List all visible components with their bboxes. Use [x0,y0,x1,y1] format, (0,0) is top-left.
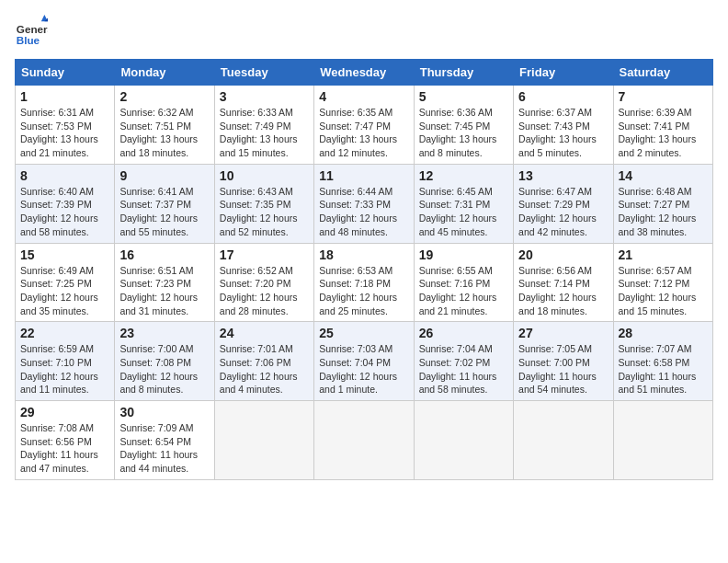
day-detail: Sunrise: 6:39 AMSunset: 7:41 PMDaylight:… [619,107,697,158]
weekday-header: Thursday [414,60,513,86]
day-detail: Sunrise: 6:41 AMSunset: 7:37 PMDaylight:… [119,186,198,237]
calendar-cell [214,401,313,480]
svg-text:Blue: Blue [17,34,40,46]
calendar-cell: 7 Sunrise: 6:39 AMSunset: 7:41 PMDayligh… [613,86,712,165]
calendar-cell: 26 Sunrise: 7:04 AMSunset: 7:02 PMDaylig… [414,322,513,401]
logo: General Blue [15,15,51,48]
day-detail: Sunrise: 6:59 AMSunset: 7:10 PMDaylight:… [20,343,98,395]
calendar-week-row: 8 Sunrise: 6:40 AMSunset: 7:39 PMDayligh… [16,164,713,243]
day-number: 23 [119,326,209,340]
calendar-cell: 3 Sunrise: 6:33 AMSunset: 7:49 PMDayligh… [214,86,313,165]
page-header: General Blue [15,15,713,48]
day-detail: Sunrise: 6:49 AMSunset: 7:25 PMDaylight:… [20,265,98,316]
calendar-week-row: 1 Sunrise: 6:31 AMSunset: 7:53 PMDayligh… [16,86,713,165]
calendar-cell: 12 Sunrise: 6:45 AMSunset: 7:31 PMDaylig… [414,164,513,243]
calendar-cell: 10 Sunrise: 6:43 AMSunset: 7:35 PMDaylig… [214,164,313,243]
day-number: 21 [619,247,708,262]
logo-icon: General Blue [15,15,48,48]
calendar-cell: 2 Sunrise: 6:32 AMSunset: 7:51 PMDayligh… [115,86,214,165]
calendar-cell: 5 Sunrise: 6:36 AMSunset: 7:45 PMDayligh… [414,86,513,165]
calendar-cell [514,401,613,480]
day-number: 5 [419,89,508,104]
calendar-week-row: 22 Sunrise: 6:59 AMSunset: 7:10 PMDaylig… [16,322,713,401]
day-detail: Sunrise: 6:52 AMSunset: 7:20 PMDaylight:… [220,265,298,316]
weekday-header: Monday [115,60,214,86]
day-detail: Sunrise: 6:31 AMSunset: 7:53 PMDaylight:… [20,107,98,158]
day-detail: Sunrise: 6:47 AMSunset: 7:29 PMDaylight:… [518,186,597,237]
calendar-cell: 27 Sunrise: 7:05 AMSunset: 7:00 PMDaylig… [514,322,613,401]
day-number: 24 [220,326,309,340]
calendar-cell: 4 Sunrise: 6:35 AMSunset: 7:47 PMDayligh… [314,86,414,165]
calendar-cell: 22 Sunrise: 6:59 AMSunset: 7:10 PMDaylig… [16,322,115,401]
calendar-cell: 25 Sunrise: 7:03 AMSunset: 7:04 PMDaylig… [314,322,414,401]
calendar-cell [414,401,513,480]
day-detail: Sunrise: 6:37 AMSunset: 7:43 PMDaylight:… [518,107,597,158]
calendar-cell: 9 Sunrise: 6:41 AMSunset: 7:37 PMDayligh… [115,164,214,243]
calendar-week-row: 29 Sunrise: 7:08 AMSunset: 6:56 PMDaylig… [16,401,713,480]
day-number: 4 [319,89,408,104]
day-number: 2 [119,89,209,104]
calendar-cell [314,401,414,480]
day-detail: Sunrise: 6:36 AMSunset: 7:45 PMDaylight:… [419,107,497,158]
day-number: 20 [518,247,608,262]
calendar-cell: 19 Sunrise: 6:55 AMSunset: 7:16 PMDaylig… [414,243,513,322]
calendar-table: SundayMondayTuesdayWednesdayThursdayFrid… [15,59,713,480]
day-number: 14 [619,168,708,183]
day-detail: Sunrise: 7:04 AMSunset: 7:02 PMDaylight:… [419,343,497,395]
day-number: 27 [518,326,608,340]
day-number: 29 [20,405,109,419]
calendar-week-row: 15 Sunrise: 6:49 AMSunset: 7:25 PMDaylig… [16,243,713,322]
weekday-header: Friday [514,60,613,86]
day-number: 12 [419,168,508,183]
day-number: 19 [419,247,508,262]
day-number: 28 [619,326,708,340]
day-number: 3 [220,89,309,104]
day-detail: Sunrise: 6:55 AMSunset: 7:16 PMDaylight:… [419,265,497,316]
calendar-cell: 20 Sunrise: 6:56 AMSunset: 7:14 PMDaylig… [514,243,613,322]
day-detail: Sunrise: 6:40 AMSunset: 7:39 PMDaylight:… [20,186,98,237]
calendar-cell: 15 Sunrise: 6:49 AMSunset: 7:25 PMDaylig… [16,243,115,322]
day-number: 30 [119,405,209,419]
day-detail: Sunrise: 6:51 AMSunset: 7:23 PMDaylight:… [119,265,198,316]
calendar-cell: 6 Sunrise: 6:37 AMSunset: 7:43 PMDayligh… [514,86,613,165]
day-number: 15 [20,247,109,262]
day-number: 1 [20,89,109,104]
day-number: 11 [319,168,408,183]
day-detail: Sunrise: 7:00 AMSunset: 7:08 PMDaylight:… [119,343,198,395]
day-detail: Sunrise: 6:43 AMSunset: 7:35 PMDaylight:… [220,186,298,237]
day-detail: Sunrise: 6:33 AMSunset: 7:49 PMDaylight:… [220,107,298,158]
day-number: 13 [518,168,608,183]
calendar-cell: 18 Sunrise: 6:53 AMSunset: 7:18 PMDaylig… [314,243,414,322]
day-number: 6 [518,89,608,104]
calendar-cell: 13 Sunrise: 6:47 AMSunset: 7:29 PMDaylig… [514,164,613,243]
header-row: SundayMondayTuesdayWednesdayThursdayFrid… [16,60,713,86]
day-number: 9 [119,168,209,183]
weekday-header: Sunday [16,60,115,86]
day-detail: Sunrise: 7:05 AMSunset: 7:00 PMDaylight:… [518,343,597,395]
calendar-cell: 30 Sunrise: 7:09 AMSunset: 6:54 PMDaylig… [115,401,214,480]
calendar-cell: 29 Sunrise: 7:08 AMSunset: 6:56 PMDaylig… [16,401,115,480]
day-number: 7 [619,89,708,104]
day-detail: Sunrise: 6:57 AMSunset: 7:12 PMDaylight:… [619,265,697,316]
day-detail: Sunrise: 7:03 AMSunset: 7:04 PMDaylight:… [319,343,397,395]
day-number: 22 [20,326,109,340]
day-detail: Sunrise: 6:44 AMSunset: 7:33 PMDaylight:… [319,186,397,237]
day-number: 8 [20,168,109,183]
calendar-cell: 24 Sunrise: 7:01 AMSunset: 7:06 PMDaylig… [214,322,313,401]
day-detail: Sunrise: 6:56 AMSunset: 7:14 PMDaylight:… [518,265,597,316]
day-number: 26 [419,326,508,340]
day-number: 17 [220,247,309,262]
day-detail: Sunrise: 6:45 AMSunset: 7:31 PMDaylight:… [419,186,497,237]
svg-text:General: General [17,23,48,35]
calendar-cell: 11 Sunrise: 6:44 AMSunset: 7:33 PMDaylig… [314,164,414,243]
calendar-cell: 17 Sunrise: 6:52 AMSunset: 7:20 PMDaylig… [214,243,313,322]
calendar-cell: 21 Sunrise: 6:57 AMSunset: 7:12 PMDaylig… [613,243,712,322]
day-detail: Sunrise: 6:32 AMSunset: 7:51 PMDaylight:… [119,107,198,158]
weekday-header: Wednesday [314,60,414,86]
weekday-header: Tuesday [214,60,313,86]
calendar-cell: 28 Sunrise: 7:07 AMSunset: 6:58 PMDaylig… [613,322,712,401]
weekday-header: Saturday [613,60,712,86]
day-detail: Sunrise: 6:48 AMSunset: 7:27 PMDaylight:… [619,186,697,237]
day-number: 18 [319,247,408,262]
day-detail: Sunrise: 6:53 AMSunset: 7:18 PMDaylight:… [319,265,397,316]
